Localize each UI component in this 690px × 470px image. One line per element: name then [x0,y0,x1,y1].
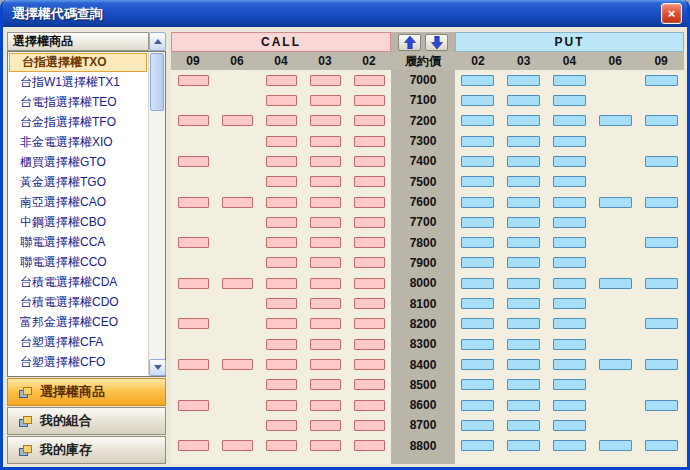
call-cell[interactable] [178,440,209,451]
put-cell[interactable] [461,156,494,167]
call-cell[interactable] [310,298,341,309]
titlebar[interactable]: 選擇權代碼查詢 × [3,0,687,27]
put-cell[interactable] [553,115,586,126]
put-cell[interactable] [461,136,494,147]
put-cell[interactable] [645,115,678,126]
call-cell[interactable] [310,359,341,370]
put-cell[interactable] [507,217,540,228]
put-cell[interactable] [507,379,540,390]
put-cell[interactable] [599,197,632,208]
call-cell[interactable] [310,136,341,147]
put-cell[interactable] [553,400,586,411]
call-cell[interactable] [222,440,253,451]
call-cell[interactable] [354,379,385,390]
put-cell[interactable] [553,156,586,167]
call-cell[interactable] [354,197,385,208]
put-cell[interactable] [599,115,632,126]
put-cell[interactable] [461,75,494,86]
put-cell[interactable] [461,257,494,268]
put-cell[interactable] [461,95,494,106]
call-cell[interactable] [266,217,297,228]
put-cell[interactable] [553,440,586,451]
put-cell[interactable] [507,237,540,248]
put-cell[interactable] [461,197,494,208]
call-cell[interactable] [266,318,297,329]
call-cell[interactable] [266,379,297,390]
put-cell[interactable] [553,257,586,268]
call-cell[interactable] [354,400,385,411]
put-cell[interactable] [553,176,586,187]
accordion-button[interactable]: 選擇權商品 [7,378,166,406]
call-cell[interactable] [310,176,341,187]
scroll-down-button[interactable] [149,359,166,376]
call-cell[interactable] [354,237,385,248]
call-cell[interactable] [266,136,297,147]
put-cell[interactable] [461,298,494,309]
call-cell[interactable] [178,75,209,86]
put-cell[interactable] [507,400,540,411]
scrollbar-track[interactable] [149,52,165,359]
product-list-item[interactable]: 台指選擇權TXO [9,53,147,72]
call-cell[interactable] [266,237,297,248]
product-list-item[interactable]: 台積電選擇權CDA [8,272,148,292]
put-cell[interactable] [553,318,586,329]
put-cell[interactable] [599,278,632,289]
scrollbar-thumb[interactable] [150,53,164,111]
put-cell[interactable] [553,217,586,228]
put-cell[interactable] [553,95,586,106]
put-cell[interactable] [645,400,678,411]
put-cell[interactable] [599,359,632,370]
put-cell[interactable] [461,237,494,248]
put-cell[interactable] [645,75,678,86]
product-list-item[interactable]: 非金電選擇權XIO [8,132,148,152]
put-cell[interactable] [507,318,540,329]
put-cell[interactable] [507,298,540,309]
put-cell[interactable] [645,237,678,248]
put-cell[interactable] [507,115,540,126]
call-cell[interactable] [310,75,341,86]
put-cell[interactable] [553,136,586,147]
call-cell[interactable] [354,95,385,106]
sort-down-button[interactable] [425,34,448,51]
call-cell[interactable] [310,95,341,106]
put-cell[interactable] [507,75,540,86]
call-cell[interactable] [222,115,253,126]
call-cell[interactable] [310,278,341,289]
put-cell[interactable] [645,440,678,451]
put-cell[interactable] [599,440,632,451]
call-cell[interactable] [266,197,297,208]
call-cell[interactable] [222,359,253,370]
call-cell[interactable] [310,440,341,451]
put-cell[interactable] [507,359,540,370]
put-cell[interactable] [507,136,540,147]
product-list-item[interactable]: 台積電選擇權CDO [8,292,148,312]
put-cell[interactable] [461,440,494,451]
put-cell[interactable] [461,115,494,126]
call-cell[interactable] [178,197,209,208]
put-cell[interactable] [461,359,494,370]
product-list-item[interactable]: 台指W1選擇權TX1 [8,72,148,92]
product-list-item[interactable]: 黃金選擇權TGO [8,172,148,192]
call-cell[interactable] [178,400,209,411]
call-cell[interactable] [354,217,385,228]
accordion-button[interactable]: 我的庫存 [7,436,166,464]
call-cell[interactable] [310,318,341,329]
call-cell[interactable] [354,318,385,329]
call-cell[interactable] [266,400,297,411]
call-cell[interactable] [178,115,209,126]
call-cell[interactable] [222,197,253,208]
call-cell[interactable] [266,298,297,309]
product-list-item[interactable]: 櫃買選擇權GTO [8,152,148,172]
put-cell[interactable] [461,420,494,431]
call-cell[interactable] [354,176,385,187]
call-cell[interactable] [310,379,341,390]
put-cell[interactable] [507,257,540,268]
put-cell[interactable] [645,278,678,289]
put-cell[interactable] [461,278,494,289]
put-cell[interactable] [645,359,678,370]
call-cell[interactable] [310,115,341,126]
scroll-up-button[interactable] [149,32,166,51]
call-cell[interactable] [266,420,297,431]
call-cell[interactable] [354,359,385,370]
put-cell[interactable] [507,339,540,350]
